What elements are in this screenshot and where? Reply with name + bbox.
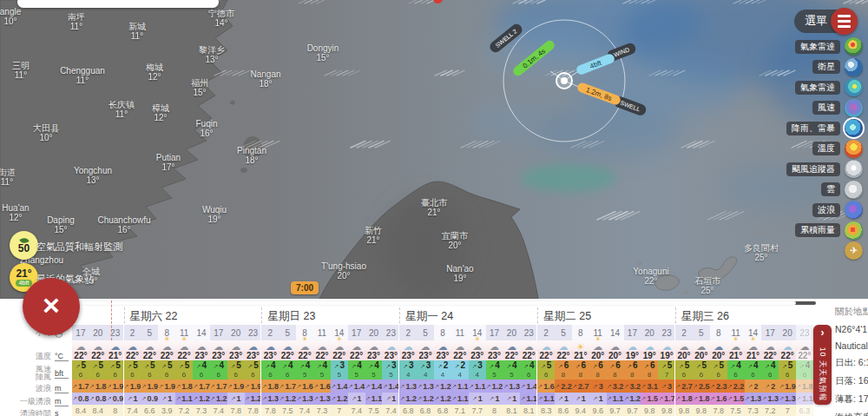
rain-icon[interactable] (845, 119, 863, 137)
day-label[interactable]: 星期日 23 (267, 309, 315, 324)
layer-item-accrain[interactable]: 累積雨量 (795, 221, 863, 241)
light-cloud-icon: ☁ (628, 338, 637, 353)
sun-cloud-icon: ☀☁ (731, 338, 740, 353)
forecast-column-20h[interactable]: 20☁19°↗68↗3.1↗1.59.8 (641, 325, 658, 416)
layer-item-wind[interactable]: 風速 (812, 98, 863, 119)
cloud-icon: ☁ (490, 338, 499, 353)
forecast-column-23h[interactable]: 23☁23°↗35↗1.4↗17.4 (382, 325, 399, 416)
rain-cloud-icon: ☁ (128, 338, 137, 353)
forecast-column-2h[interactable]: 2☁22°↗56↗1.9↗17.4 (123, 325, 141, 416)
forecast-column-2h[interactable]: 2☁22°↗56↗1.6↗1.18.3 (536, 325, 555, 416)
timeline-scrollbar[interactable] (72, 301, 816, 305)
layer-label: 氣象雷達 (795, 40, 840, 54)
forecast-column-17h[interactable]: 17☁22°↗56↗1.7↗0.88.4 (72, 325, 89, 416)
close-button[interactable]: × (23, 278, 80, 335)
forecast-column-14h[interactable]: 14☁20°↗68↗3.2↗1.19.7 (607, 325, 624, 416)
forecast-column-23h[interactable]: 23☁22°↗46↗1.4↗1.18.1 (520, 325, 537, 416)
forecast-column-23h[interactable]: 23☁23°↗56↗1.9↗1.27.8 (245, 325, 262, 416)
forecast-column-11h[interactable]: 11☁22°↗45↗1.6↗1.37.3 (313, 325, 331, 416)
row-label-waves[interactable]: 波浪m (0, 384, 69, 393)
light-cloud-icon: ☁ (386, 338, 396, 353)
forecast-column-11h[interactable]: 11☀☁20°↗68↗3↗19.6 (589, 325, 607, 416)
about-chart-type: Nautical (835, 340, 868, 351)
forecast-column-11h[interactable]: 11☀☁22°↗56↗1.8↗1.17.2 (175, 325, 193, 416)
wind-icon[interactable] (845, 99, 863, 117)
menu-button[interactable]: 選單 (794, 10, 858, 33)
forecast-column-5h[interactable]: 5☁22°↗46↗1.7↗1.27.5 (279, 325, 296, 416)
layer-item-radar[interactable]: 氣象雷達 (795, 36, 863, 57)
forecast-column-20h[interactable]: 20☁22°↗56↗1.9↗1.37 (779, 325, 796, 416)
forecast-column-14h[interactable]: 14☀☁22°↗35↗1.4↗1.27 (331, 325, 348, 416)
layer-item-clouds[interactable]: 雲 (821, 180, 863, 201)
forecast-column-23h[interactable]: 23☁22°↗46↗1.8↗1.16.3 (796, 325, 813, 416)
forecast-column-2h[interactable]: 2☁23°↗34↗1.3↗1.26.8 (398, 325, 417, 416)
scrollbar-thumb[interactable] (72, 301, 796, 305)
plane-icon[interactable]: ✈ (845, 241, 863, 260)
layer-item-hurricane[interactable]: 颶風追蹤器 (786, 159, 863, 180)
waves-icon[interactable] (845, 201, 863, 219)
about-elevation: 海拔高度 (835, 412, 868, 416)
row-label-swell[interactable]: 一級湧浪m (0, 397, 69, 406)
forecast-column-11h[interactable]: 11☀☁21°↗46↗2.2↗1.57.5 (727, 325, 745, 416)
forecast-column-8h[interactable]: 8☀21°↗68↗2.7↗19.4 (572, 325, 589, 416)
forecast-column-8h[interactable]: 8☀☁22°↗45↗1.6↗1.37.4 (296, 325, 313, 416)
forecast-column-20h[interactable]: 20☁22°↗45↗1.3↗18.1 (503, 325, 520, 416)
row-label-period[interactable]: 湧浪時間s (0, 409, 69, 416)
accrain-icon[interactable] (845, 221, 863, 240)
satellite-icon[interactable] (845, 58, 863, 76)
forecast-column-8h[interactable]: 8☁20°↗56↗2.3↗1.67.8 (710, 325, 727, 416)
layer-item-waves[interactable]: 波浪 (812, 200, 863, 221)
forecast-column-5h[interactable]: 5☁20°↗56↗2.5↗1.89.8 (693, 325, 710, 416)
forecast-column-17h[interactable]: 17☁23°↗46↗1.7↗1.27.4 (210, 325, 227, 416)
layer-item-radar2[interactable]: 氣象雷達 (795, 77, 863, 98)
forecast-column-14h[interactable]: 14☁23°↗46↗1.7↗1.27.3 (193, 325, 210, 416)
air-quality-value: 50 (18, 244, 30, 254)
weather-map[interactable]: SWELL 2 0.1m, 4s WIND 4bft SWELL (0, 0, 868, 299)
forecast-column-20h[interactable]: 20☁23°↗45↗1.4↗1.17.5 (365, 325, 383, 416)
layer-label: 雲 (821, 182, 840, 196)
forecast-column-8h[interactable]: 8☀☁22°↗56↗1.9↗13.9 (158, 325, 175, 416)
day-header-row: 星期六 22星期日 23星期一 24星期二 25星期三 26 (0, 306, 868, 325)
hurricane-icon[interactable] (845, 160, 863, 178)
light-cloud-icon: ☁ (404, 338, 413, 353)
day-label[interactable]: 星期六 22 (130, 309, 178, 324)
layer-item-plane[interactable]: ✈ (845, 241, 863, 261)
forecast-column-17h[interactable]: 17☁19°↗68↗3.2↗1.29.7 (624, 325, 641, 416)
forecast-column-8h[interactable]: 8☁23°↗24↗1.2↗1.26.8 (434, 325, 451, 416)
forecast-column-2h[interactable]: 2☁23°↗46↗1.8↗1.37.8 (260, 325, 279, 416)
about-coordinates: N26°4'1 (835, 324, 868, 334)
row-label-temp[interactable]: 溫度°C (0, 352, 69, 361)
forecast-column-20h[interactable]: 20☁23°↗56↗1.9↗17.8 (227, 325, 245, 416)
hamburger-icon[interactable] (831, 8, 858, 35)
layer-item-temp[interactable]: 溫度 (812, 139, 863, 160)
ten-day-forecast-button[interactable]: › 10 天天氣預報 (813, 325, 832, 405)
forecast-column-17h[interactable]: 17☁22°↗45↗1.4↗17.4 (348, 325, 365, 416)
forecast-column-11h[interactable]: 11☁22°↗24↗1.1↗1.17.1 (451, 325, 469, 416)
forecast-column-5h[interactable]: 5☁23°↗34↗1.3↗1.26.8 (417, 325, 434, 416)
layer-item-rain[interactable]: 降雨、雷暴 (786, 118, 863, 139)
cloud-icon: ☁ (610, 338, 620, 353)
day-label[interactable]: 星期二 25 (543, 309, 591, 324)
radar-icon[interactable] (845, 37, 863, 56)
forecast-column-14h[interactable]: 14☀☁21°↗46↗2↗1.37.3 (745, 325, 762, 416)
forecast-column-2h[interactable]: 2☁20°↗56↗2.7↗1.89.8 (674, 325, 693, 416)
forecast-column-5h[interactable]: 5☁22°↗68↗2.2↗18.6 (555, 325, 572, 416)
row-label-wind[interactable]: 風速陣風bft (0, 366, 69, 381)
forecast-column-23h[interactable]: 23☁21°↗56↗1.9↗0.98 (107, 325, 124, 416)
forecast-column-17h[interactable]: 17☁23°↗45↗1.2↗18 (486, 325, 503, 416)
radar2-icon[interactable] (845, 78, 863, 96)
day-label[interactable]: 星期三 26 (681, 309, 729, 324)
temp-icon[interactable] (845, 140, 863, 158)
forecast-column-20h[interactable]: 20☁22°↗56↗1.8↗0.88.4 (89, 325, 107, 416)
day-label[interactable]: 星期一 24 (405, 309, 453, 324)
air-quality-badge[interactable]: 50 (10, 231, 38, 260)
forecast-column-17h[interactable]: 17☁22°↗46↗2↗1.37.2 (761, 325, 779, 416)
clouds-icon[interactable] (845, 181, 863, 199)
cloud-icon: ☁ (455, 338, 464, 353)
landmass-ryukyu (637, 231, 765, 295)
layer-item-satellite[interactable]: 衛星 (812, 57, 863, 78)
search-bar[interactable] (17, 0, 219, 8)
forecast-column-5h[interactable]: 5☁22°↗56↗1.9↗0.96.6 (141, 325, 158, 416)
forecast-column-14h[interactable]: 14☀☁23°↗34↗1.1↗17.7 (469, 325, 486, 416)
forecast-column-23h[interactable]: 23☁19°↗57↗3↗1.79.8 (658, 325, 675, 416)
